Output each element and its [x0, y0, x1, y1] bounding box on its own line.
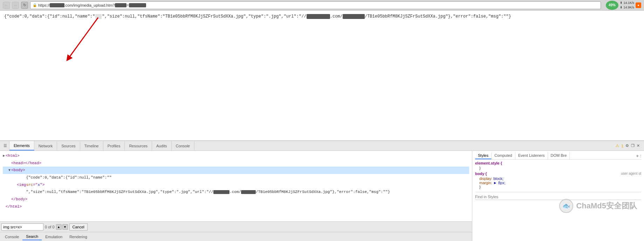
user-agent-label: user agent st: [621, 172, 641, 176]
html-line-html: ► <html>: [3, 152, 469, 160]
devtools-tab-resources[interactable]: Resources: [125, 141, 152, 150]
undock-icon[interactable]: ❐: [631, 143, 635, 148]
devtools-footer-tabs: Console Search Emulation Rendering: [0, 232, 472, 241]
close-icon[interactable]: ✕: [637, 143, 640, 148]
devtools-tab-audits[interactable]: Audits: [152, 141, 172, 150]
element-search-input[interactable]: [1, 223, 43, 230]
warning-icon: ⚠: [616, 143, 619, 148]
html-line-text1: ► {"code":0,"data":{"id":null,"name":"": [3, 174, 469, 181]
footer-tab-search[interactable]: Search: [22, 233, 42, 240]
html-line-head: ► <head></head>: [3, 160, 469, 167]
footer-tab-emulation[interactable]: Emulation: [42, 234, 66, 240]
devtools-tab-profiles[interactable]: Profiles: [103, 141, 125, 150]
main-content: {"code":0,"data":{"id":null,"name":"","s…: [0, 11, 644, 140]
devtools-tabs: ☰ Elements Network Sources Timeline Prof…: [0, 141, 644, 151]
devtools-tab-icon[interactable]: ☰: [1, 141, 9, 150]
devtools-tab-timeline[interactable]: Timeline: [80, 141, 103, 150]
styles-tab-event-listeners[interactable]: Event Listeners: [515, 152, 548, 159]
element-style-section: element.style { }: [475, 161, 641, 170]
devtools-tab-network[interactable]: Network: [34, 141, 57, 150]
search-count: 0 of 0: [45, 225, 55, 229]
svg-line-1: [70, 18, 98, 56]
devtools-html-panel: ► <html> ► <head></head> ▼ <body>: [0, 151, 472, 241]
html-line-img[interactable]: ► <img src="x">: [3, 181, 469, 189]
body-rule-header: body { user agent st: [475, 172, 641, 176]
lock-icon: 🔒: [33, 3, 37, 7]
network-stats: ⬆ 14.1K/s ⬇ 14.9K/s: [620, 1, 634, 9]
body-selector: body {: [475, 172, 487, 176]
styles-tab-dom-breakpoints[interactable]: DOM Bre: [548, 152, 570, 159]
triangle-body[interactable]: ▼: [8, 167, 11, 173]
search-nav-arrows: ▲ ▼: [56, 224, 68, 230]
triangle-html[interactable]: ►: [3, 153, 5, 159]
forward-button[interactable]: →: [12, 2, 19, 9]
style-prop-margin: margin: ► 8px;: [479, 181, 641, 185]
body-style-section: body { user agent st display: block; mar…: [475, 172, 641, 189]
filter-styles-icon[interactable]: :: [640, 154, 641, 158]
devtools-tab-console[interactable]: Console: [172, 141, 194, 150]
red-arrow-annotation: [63, 14, 119, 70]
styles-tab-styles[interactable]: Styles: [475, 152, 492, 159]
devtools-tab-elements[interactable]: Elements: [9, 141, 34, 150]
network-indicator: 49%: [606, 1, 618, 10]
address-text: https://x.com/img/media_upload.htm?x=x: [38, 3, 598, 7]
devtools-bottom-bar: 0 of 0 ▲ ▼ Cancel: [0, 221, 472, 232]
add-style-icon[interactable]: +: [636, 153, 639, 159]
json-response-text: {"code":0,"data":{"id":null,"name":"","s…: [4, 14, 511, 19]
reload-button[interactable]: ↻: [21, 2, 28, 9]
warning-count: 1: [621, 144, 623, 148]
devtools-tab-sources[interactable]: Sources: [57, 141, 80, 150]
devtools-styles-panel: Styles Computed Event Listeners DOM Bre …: [472, 151, 644, 241]
html-line-body[interactable]: ▼ <body>: [3, 167, 469, 174]
devtools-right-icons: ⚠ 1 ⚙ ❐ ✕: [616, 143, 643, 148]
network-percent: 49%: [609, 3, 616, 7]
search-next-button[interactable]: ▼: [62, 224, 68, 230]
cancel-button[interactable]: Cancel: [69, 223, 88, 230]
html-line-body-close: ► </body>: [3, 196, 469, 203]
network-area: 49% ⬆ 14.1K/s ⬇ 14.9K/s ●: [603, 1, 641, 10]
find-in-styles-input[interactable]: [475, 194, 641, 200]
html-line-html-close: ► </html>: [3, 203, 469, 210]
back-button[interactable]: ←: [3, 2, 10, 9]
styles-tab-computed[interactable]: Computed: [492, 152, 515, 159]
styles-tabs: Styles Computed Event Listeners DOM Bre …: [475, 152, 641, 160]
devtools-body: ► <html> ► <head></head> ▼ <body>: [0, 151, 644, 241]
devtools-panel: ☰ Elements Network Sources Timeline Prof…: [0, 140, 644, 241]
footer-tab-console[interactable]: Console: [1, 234, 22, 240]
bottom-search: 0 of 0 ▲ ▼ Cancel: [1, 223, 88, 230]
body-rule-close: }: [479, 185, 641, 189]
element-style-close: }: [479, 166, 641, 170]
browser-chrome: ← → ↻ 🔒 https://x.com/img/media_upload.h…: [0, 0, 644, 11]
settings-icon[interactable]: ⚙: [625, 143, 629, 148]
find-in-styles-bar: [475, 192, 641, 200]
style-prop-display: display: block;: [479, 176, 641, 181]
footer-tab-rendering[interactable]: Rendering: [66, 234, 91, 240]
element-style-selector: element.style {: [475, 161, 641, 165]
search-prev-button[interactable]: ▲: [56, 224, 62, 230]
json-response: {"code":0,"data":{"id":null,"name":"","s…: [4, 13, 640, 20]
html-tree: ► <html> ► <head></head> ▼ <body>: [0, 151, 472, 221]
address-bar[interactable]: 🔒 https://x.com/img/media_upload.htm?x=x: [30, 1, 601, 9]
html-line-text2: ► ","size":null,"tfsName":"TB1e05bbRfM8K…: [3, 188, 469, 196]
extension-icon[interactable]: ●: [636, 2, 641, 8]
